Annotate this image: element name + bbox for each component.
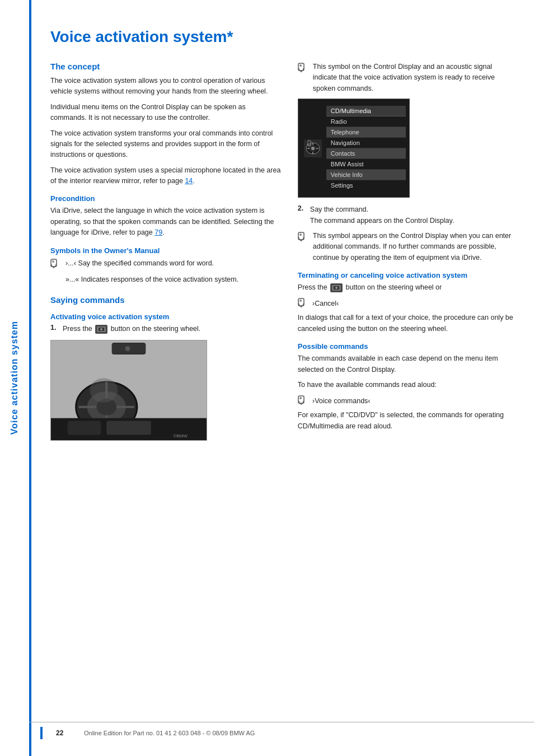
main-content: Voice activation system* The concept The…	[39, 0, 534, 470]
cancel-command-row: ›Cancel‹	[298, 297, 517, 309]
cancel-command-text: ›Cancel‹	[312, 299, 339, 307]
svg-point-24	[299, 64, 302, 67]
footer-accent-bar	[40, 727, 43, 739]
step-2: 2. Say the command. The command appears …	[298, 204, 517, 226]
concept-heading: The concept	[50, 62, 281, 71]
menu-item-bmwassist: BMW Assist	[326, 159, 406, 170]
steering-wheel-button-icon	[95, 325, 107, 334]
concept-para-4: The voice activation system uses a speci…	[50, 165, 281, 187]
control-display-menu: CD/Multimedia Radio Telephone Navigation…	[298, 99, 410, 198]
possible-commands-heading: Possible commands	[298, 342, 517, 351]
two-column-layout: The concept The voice activation system …	[50, 62, 517, 447]
possible-commands-text-1: The commands available in each case depe…	[298, 353, 517, 375]
saying-commands-heading: Saying commands	[50, 295, 281, 305]
symbols-row-1: ›...‹ Say the specified commands word fo…	[50, 258, 281, 270]
menu-item-settings: Settings	[326, 180, 406, 190]
left-column: The concept The voice activation system …	[50, 62, 281, 447]
terminating-heading: Terminating or canceling voice activatio…	[298, 271, 517, 279]
right-column: This symbol on the Control Display and a…	[298, 62, 517, 447]
svg-point-46	[299, 397, 302, 399]
svg-point-40	[335, 287, 338, 289]
menu-item-cdmultimedia: CD/Multimedia	[326, 106, 406, 116]
terminating-text-1: Press the button on the steering wheel o…	[298, 282, 517, 293]
footer-text: Online Edition for Part no. 01 41 2 603 …	[84, 730, 255, 736]
menu-item-vehicleinfo: Vehicle Info	[326, 170, 406, 180]
svg-point-43	[299, 300, 302, 302]
svg-rect-17	[106, 421, 151, 435]
menu-item-radio: Radio	[326, 116, 406, 127]
sidebar-label: Voice activation system	[10, 321, 20, 435]
concept-para-2: Individual menu items on the Control Dis…	[50, 102, 281, 124]
voice-commands-text: ›Voice commands‹	[312, 396, 371, 405]
menu-item-navigation: Navigation	[326, 138, 406, 148]
svg-point-36	[299, 234, 302, 236]
mic-cancel-icon	[298, 297, 310, 309]
concept-para-3: The voice activation system transforms y…	[50, 128, 281, 161]
footer: 22 Online Edition for Part no. 01 41 2 6…	[29, 727, 534, 739]
menu-item-telephone: Telephone	[326, 127, 406, 138]
svg-point-20	[125, 346, 130, 352]
svg-rect-16	[68, 421, 101, 435]
precondition-text: Via iDrive, select the language in which…	[50, 206, 281, 238]
terminating-text-2: In dialogs that call for a text of your …	[298, 312, 517, 334]
mic-symbol-right-2-icon	[298, 231, 310, 243]
symbols-row-2: »...« Indicates responses of the voice a…	[50, 274, 281, 285]
symbols-text-1: ›...‹ Say the specified commands word fo…	[65, 258, 214, 269]
menu-item-contacts: Contacts	[326, 148, 406, 159]
mic-voice-commands-icon	[298, 395, 310, 407]
voice-commands-row: ›Voice commands‹	[298, 395, 517, 407]
svg-text:©BMW: ©BMW	[173, 434, 188, 439]
svg-point-32	[311, 147, 315, 150]
svg-point-2	[52, 260, 54, 263]
step-2-number: 2.	[298, 204, 307, 212]
step-2-content: Say the command. The command appears on …	[310, 204, 517, 226]
right-symbol-note-1-text: This symbol on the Control Display and a…	[313, 62, 517, 94]
right-symbol-note-2: This symbol appears on the Control Displ…	[298, 231, 517, 263]
right-symbol-note-1: This symbol on the Control Display and a…	[298, 62, 517, 94]
page-number: 22	[56, 729, 73, 737]
sidebar: Voice activation system	[0, 0, 29, 756]
page-title: Voice activation system*	[50, 28, 517, 46]
mic-symbol-icon	[50, 258, 63, 270]
step-1: 1. Press the button on the steering whee…	[50, 324, 281, 334]
activating-heading: Activating voice activation system	[50, 312, 281, 321]
symbols-text-2: »...« Indicates responses of the voice a…	[65, 274, 238, 285]
right-symbol-note-2-text: This symbol appears on the Control Displ…	[313, 231, 517, 263]
footer-divider	[29, 722, 534, 722]
possible-commands-text-3: For example, if "CD/DVD" is selected, th…	[298, 410, 517, 432]
mic-symbol-right-icon	[298, 62, 310, 74]
car-interior-image: ©BMW	[50, 340, 207, 441]
step-1-number: 1.	[50, 324, 59, 332]
precondition-heading: Precondition	[50, 194, 281, 203]
sidebar-border-accent	[29, 0, 31, 756]
possible-commands-text-2: To have the available commands read alou…	[298, 380, 517, 390]
svg-point-6	[100, 328, 102, 330]
steering-wheel-button-icon-2	[330, 283, 343, 292]
svg-point-19	[90, 378, 118, 403]
step-1-content: Press the button on the steering wheel.	[63, 324, 281, 334]
concept-para-1: The voice activation system allows you t…	[50, 76, 281, 97]
symbols-heading: Symbols in the Owner's Manual	[50, 246, 281, 255]
